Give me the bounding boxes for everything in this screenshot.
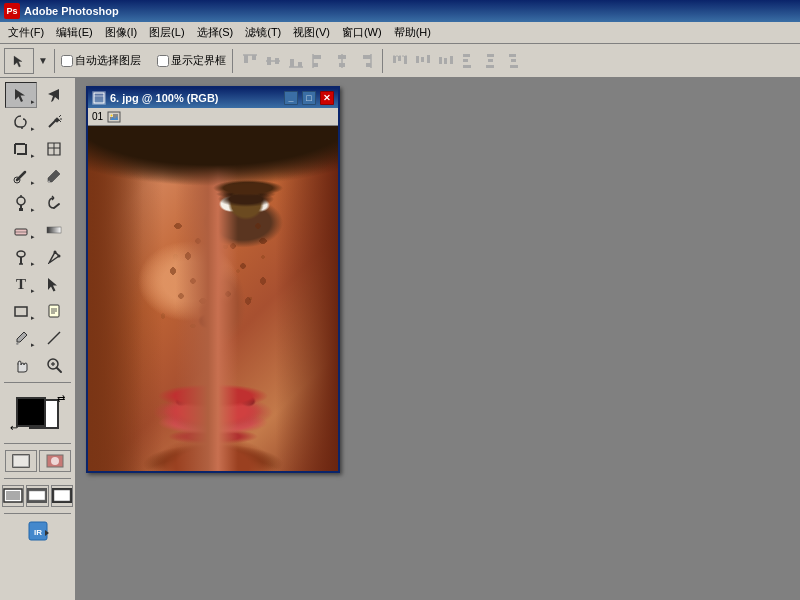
shape-tool-btn[interactable]: ▸ [5, 298, 37, 324]
standard-mode-btn[interactable] [5, 450, 37, 472]
menu-file[interactable]: 文件(F) [2, 23, 50, 42]
foreground-color-swatch[interactable] [16, 397, 46, 427]
dist-right-btn[interactable] [504, 50, 526, 72]
screenmode-area [2, 483, 73, 509]
slice-tool-btn[interactable] [38, 136, 70, 162]
tool-row-8: T ▸ [2, 271, 73, 297]
tools-sep-4 [4, 513, 71, 514]
menu-select[interactable]: 选择(S) [191, 23, 240, 42]
close-btn[interactable]: ✕ [320, 91, 334, 105]
svg-rect-6 [290, 59, 294, 67]
svg-rect-54 [19, 208, 23, 211]
document-canvas [88, 126, 338, 471]
tool-row-1: ▸ [2, 82, 73, 108]
svg-text:IR: IR [34, 528, 42, 537]
sep1 [54, 49, 55, 73]
eraser-tool-btn[interactable]: ▸ [5, 217, 37, 243]
svg-point-62 [58, 255, 61, 258]
svg-rect-0 [244, 55, 248, 63]
dist-bottom-btn[interactable] [435, 50, 457, 72]
clone-tool-btn[interactable]: ▸ [5, 190, 37, 216]
dist-top-btn[interactable] [389, 50, 411, 72]
fullscreen-with-menu-btn[interactable] [26, 485, 48, 507]
auto-select-label[interactable]: 自动选择图层 [61, 53, 141, 68]
menu-bar: 文件(F) 编辑(E) 图像(I) 图层(L) 选择(S) 滤镜(T) 视图(V… [0, 22, 800, 44]
magic-wand-btn[interactable] [38, 109, 70, 135]
doc-title: 6. jpg @ 100% (RGB) [110, 92, 280, 104]
doc-info-bar: 01 [88, 108, 338, 126]
distribute-icons-group [389, 50, 526, 72]
brush-tool-btn[interactable] [38, 163, 70, 189]
auto-select-checkbox[interactable] [61, 55, 73, 67]
menu-window[interactable]: 窗口(W) [336, 23, 388, 42]
doc-title-bar[interactable]: 6. jpg @ 100% (RGB) _ □ ✕ [88, 88, 338, 108]
align-left-btn[interactable] [308, 50, 330, 72]
switch-colors-btn[interactable]: ⇄ [57, 393, 65, 404]
tool-dropdown-arrow[interactable]: ▼ [38, 55, 48, 66]
svg-line-42 [59, 120, 61, 122]
align-bottom-btn[interactable] [285, 50, 307, 72]
tool-row-10: ▸ [2, 325, 73, 351]
svg-rect-36 [510, 65, 518, 68]
tool-arrow-area: ▼ [4, 48, 48, 74]
minimize-btn[interactable]: _ [284, 91, 298, 105]
svg-rect-89 [94, 93, 104, 103]
menu-help[interactable]: 帮助(H) [388, 23, 437, 42]
show-bounds-label[interactable]: 显示定界框 [157, 53, 226, 68]
document-window: 6. jpg @ 100% (RGB) _ □ ✕ 01 [86, 86, 340, 473]
dist-left-btn[interactable] [458, 50, 480, 72]
direct-select-btn[interactable] [38, 82, 70, 108]
svg-rect-29 [463, 59, 468, 62]
show-bounds-checkbox[interactable] [157, 55, 169, 67]
fullscreen-btn[interactable] [51, 485, 73, 507]
maximize-btn[interactable]: □ [302, 91, 316, 105]
path-select-btn[interactable] [38, 271, 70, 297]
tool-row-9: ▸ [2, 298, 73, 324]
canvas-area: 6. jpg @ 100% (RGB) _ □ ✕ 01 [76, 78, 800, 600]
svg-line-40 [59, 115, 61, 117]
align-hcenter-btn[interactable] [331, 50, 353, 72]
pen-tool-btn[interactable] [38, 244, 70, 270]
hand-tool-btn[interactable] [5, 352, 37, 378]
quickmask-mode-btn[interactable] [39, 450, 71, 472]
menu-edit[interactable]: 编辑(E) [50, 23, 99, 42]
align-vcenter-btn[interactable] [262, 50, 284, 72]
menu-image[interactable]: 图像(I) [99, 23, 143, 42]
jump-imageready-btn[interactable]: IR [5, 518, 71, 544]
zoom-tool-btn[interactable] [38, 352, 70, 378]
menu-filter[interactable]: 滤镜(T) [239, 23, 287, 42]
move-tool-btn[interactable]: ▸ [5, 82, 37, 108]
tool-row-5: ▸ [2, 190, 73, 216]
history-btn[interactable] [38, 190, 70, 216]
tool-select-btn[interactable] [4, 48, 34, 74]
type-tool-btn[interactable]: T ▸ [5, 271, 37, 297]
crop-tool-btn[interactable]: ▸ [5, 136, 37, 162]
face-overlay [88, 126, 338, 471]
tools-sep-2 [4, 443, 71, 444]
menu-layer[interactable]: 图层(L) [143, 23, 190, 42]
svg-line-38 [49, 120, 56, 127]
sep2 [232, 49, 233, 73]
dist-vcenter-btn[interactable] [412, 50, 434, 72]
measure-btn[interactable] [38, 325, 70, 351]
notes-tool-btn[interactable] [38, 298, 70, 324]
svg-point-95 [111, 114, 113, 116]
dodge-tool-btn[interactable]: ▸ [5, 244, 37, 270]
svg-rect-19 [398, 56, 401, 61]
svg-rect-35 [511, 59, 516, 62]
svg-rect-84 [29, 491, 45, 500]
eyedropper-btn[interactable]: ▸ [5, 325, 37, 351]
align-right-btn[interactable] [354, 50, 376, 72]
heal-tool-btn[interactable]: ▸ [5, 163, 37, 189]
menu-view[interactable]: 视图(V) [287, 23, 336, 42]
dist-hcenter-btn[interactable] [481, 50, 503, 72]
lasso-tool-btn[interactable]: ▸ [5, 109, 37, 135]
svg-rect-30 [463, 65, 471, 68]
svg-point-80 [51, 457, 59, 465]
gradient-tool-btn[interactable] [38, 217, 70, 243]
tool-row-11 [2, 352, 73, 378]
svg-line-55 [54, 204, 59, 208]
svg-rect-78 [13, 455, 29, 467]
align-top-btn[interactable] [239, 50, 261, 72]
standard-screen-btn[interactable] [2, 485, 24, 507]
